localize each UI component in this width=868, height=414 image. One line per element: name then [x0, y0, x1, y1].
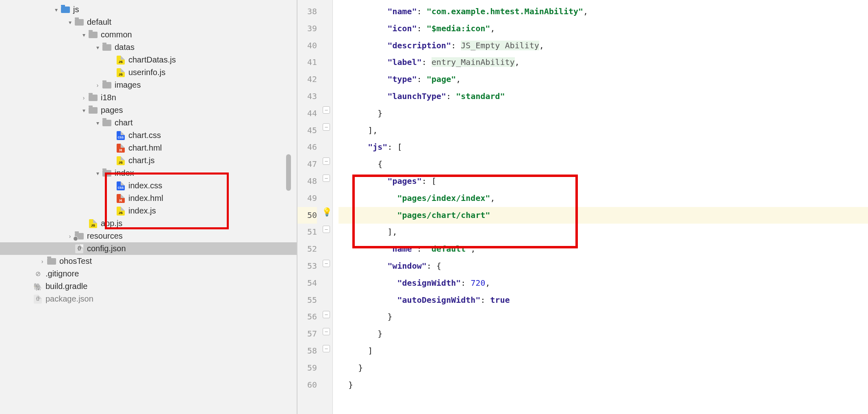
- tree-folder-images[interactable]: › images: [0, 79, 297, 91]
- line-number[interactable]: 55: [297, 292, 317, 309]
- folder-icon: [88, 106, 98, 115]
- tree-file-chart-js[interactable]: ▾ chart.js: [0, 154, 297, 167]
- tree-folder-index[interactable]: ▾ index: [0, 167, 297, 179]
- line-number[interactable]: 42: [297, 71, 317, 88]
- chevron-down-icon[interactable]: ▾: [93, 44, 102, 51]
- code-line[interactable]: "pages/index/index",: [339, 190, 868, 207]
- code-line[interactable]: }: [339, 105, 868, 122]
- code-line[interactable]: "window": {: [339, 258, 868, 275]
- code-line[interactable]: }: [339, 326, 868, 343]
- chevron-down-icon[interactable]: ▾: [80, 32, 88, 38]
- code-line[interactable]: "icon": "$media:icon",: [339, 20, 868, 37]
- js-file-icon: [115, 68, 126, 77]
- tree-file-config-json[interactable]: ▾ config.json: [0, 242, 297, 255]
- fold-marker-icon[interactable]: –: [323, 175, 330, 182]
- tree-file-chartdatas-js[interactable]: ▾ chartDatas.js: [0, 54, 297, 66]
- tree-folder-datas[interactable]: ▾ datas: [0, 41, 297, 54]
- sidebar-scrollbar-thumb[interactable]: [286, 154, 291, 191]
- tree-folder-chart[interactable]: ▾ chart: [0, 116, 297, 129]
- line-number[interactable]: 56: [297, 308, 317, 326]
- line-number[interactable]: 46: [297, 139, 317, 156]
- tree-label: index.hml: [128, 194, 163, 203]
- tree-folder-resources[interactable]: › resources: [0, 230, 297, 242]
- code-line[interactable]: {: [339, 156, 868, 173]
- line-number[interactable]: 53: [297, 258, 317, 275]
- chevron-down-icon[interactable]: ▾: [52, 6, 60, 13]
- code-line[interactable]: "name": "default",: [339, 241, 868, 258]
- tree-file-index-hml[interactable]: ▾ index.hml: [0, 192, 297, 205]
- fold-marker-icon[interactable]: –: [323, 123, 330, 131]
- line-number[interactable]: 49: [297, 190, 317, 207]
- tree-file-userinfo-js[interactable]: ▾ userinfo.js: [0, 66, 297, 79]
- fold-marker-icon[interactable]: –: [323, 157, 330, 165]
- chevron-down-icon[interactable]: ▾: [93, 120, 102, 126]
- tree-file-app-js[interactable]: ▾ app.js: [0, 217, 297, 230]
- code-line[interactable]: }: [339, 360, 868, 377]
- line-number[interactable]: 54: [297, 275, 317, 292]
- line-number[interactable]: 58: [297, 343, 317, 360]
- line-number[interactable]: 43: [297, 88, 317, 105]
- lightbulb-icon[interactable]: 💡: [322, 207, 331, 216]
- code-line[interactable]: "label": entry_MainAbility,: [339, 54, 868, 71]
- chevron-down-icon[interactable]: ▾: [93, 170, 102, 177]
- code-line[interactable]: "pages": [: [339, 173, 868, 190]
- fold-marker-icon[interactable]: –: [323, 106, 330, 114]
- line-number[interactable]: 48: [297, 173, 317, 190]
- tree-file-chart-hml[interactable]: ▾ chart.hml: [0, 142, 297, 154]
- line-number[interactable]: 51: [297, 224, 317, 241]
- fold-marker-icon[interactable]: –: [323, 226, 330, 233]
- line-number[interactable]: 39: [297, 20, 317, 37]
- fold-gutter: – – – – 💡 – – – – –: [321, 0, 332, 414]
- tree-folder-pages[interactable]: ▾ pages: [0, 104, 297, 116]
- line-number[interactable]: 52: [297, 241, 317, 258]
- tree-folder-i18n[interactable]: › i18n: [0, 91, 297, 104]
- code-line[interactable]: "autoDesignWidth": true: [339, 292, 868, 309]
- code-line[interactable]: "designWidth": 720,: [339, 275, 868, 292]
- fold-marker-icon[interactable]: –: [323, 311, 330, 318]
- line-number-current[interactable]: 50: [297, 207, 317, 224]
- code-line[interactable]: ],: [339, 122, 868, 139]
- code-line[interactable]: "type": "page",: [339, 71, 868, 88]
- tree-file-build-gradle[interactable]: ▾ 🐘 build.gradle: [0, 280, 297, 293]
- tree-file-index-js[interactable]: ▾ index.js: [0, 205, 297, 217]
- line-number[interactable]: 47: [297, 156, 317, 173]
- code-editor[interactable]: 38 39 40 41 42 43 44 45 46 47 48 49 50 5…: [297, 0, 868, 414]
- code-line[interactable]: "launchType": "standard": [339, 88, 868, 105]
- code-line-current[interactable]: "pages/chart/chart": [339, 207, 868, 224]
- fold-marker-icon[interactable]: –: [323, 328, 330, 335]
- line-number[interactable]: 44: [297, 105, 317, 122]
- project-tree-panel[interactable]: ▾ js ▾ default ▾ common ▾ datas ▾: [0, 0, 297, 414]
- tree-file-package-json[interactable]: ▾ package.json: [0, 293, 297, 305]
- code-line[interactable]: ],: [339, 224, 868, 241]
- tree-folder-default[interactable]: ▾ default: [0, 16, 297, 28]
- line-number[interactable]: 41: [297, 54, 317, 71]
- chevron-right-icon[interactable]: ›: [38, 258, 46, 265]
- tree-file-gitignore[interactable]: ▾ ⊘ .gitignore: [0, 267, 297, 280]
- line-number[interactable]: 60: [297, 377, 317, 394]
- chevron-down-icon[interactable]: ▾: [80, 107, 88, 114]
- code-line[interactable]: }: [339, 308, 868, 326]
- tree-folder-ohostest[interactable]: › ohosTest: [0, 255, 297, 267]
- code-line[interactable]: "description": JS_Empty Ability,: [339, 37, 868, 54]
- line-number[interactable]: 59: [297, 360, 317, 377]
- tree-folder-js[interactable]: ▾ js: [0, 3, 297, 16]
- line-number[interactable]: 38: [297, 3, 317, 20]
- chevron-right-icon[interactable]: ›: [80, 95, 88, 101]
- tree-label: default: [87, 17, 111, 27]
- fold-marker-icon[interactable]: –: [323, 345, 330, 352]
- line-number[interactable]: 57: [297, 326, 317, 343]
- fold-marker-icon[interactable]: –: [323, 260, 330, 267]
- code-line[interactable]: "js": [: [339, 139, 868, 156]
- code-line[interactable]: "name": "com.example.hmtest.MainAbility"…: [339, 3, 868, 20]
- tree-file-chart-css[interactable]: ▾ chart.css: [0, 129, 297, 142]
- chevron-right-icon[interactable]: ›: [66, 233, 74, 239]
- code-area[interactable]: "name": "com.example.hmtest.MainAbility"…: [333, 0, 868, 414]
- tree-folder-common[interactable]: ▾ common: [0, 28, 297, 41]
- code-line[interactable]: ]: [339, 343, 868, 360]
- line-number[interactable]: 40: [297, 37, 317, 54]
- chevron-down-icon[interactable]: ▾: [66, 19, 74, 26]
- tree-file-index-css[interactable]: ▾ index.css: [0, 179, 297, 192]
- line-number[interactable]: 45: [297, 122, 317, 139]
- code-line[interactable]: }: [339, 377, 868, 394]
- chevron-right-icon[interactable]: ›: [93, 82, 102, 88]
